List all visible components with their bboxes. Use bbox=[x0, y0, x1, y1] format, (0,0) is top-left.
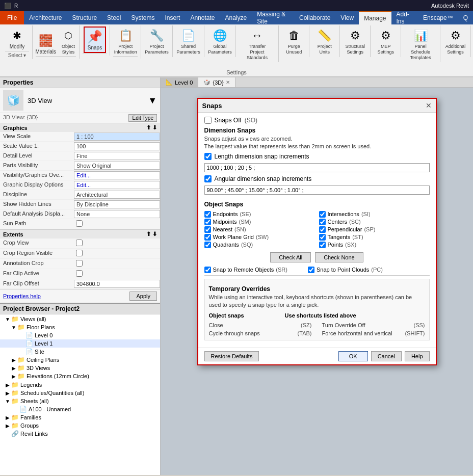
tab-addins[interactable]: Add-Ins bbox=[391, 11, 418, 24]
view-scale-value[interactable]: 1 : 100 bbox=[74, 133, 160, 141]
tree-row-floor-plans[interactable]: ▼ 📁 Floor Plans bbox=[0, 323, 160, 331]
annot-crop-checkbox[interactable] bbox=[76, 260, 83, 267]
structural-settings-button[interactable]: ⚙ StructuralSettings bbox=[343, 27, 367, 56]
tangents-checkbox[interactable] bbox=[319, 234, 326, 241]
sun-path-checkbox[interactable] bbox=[76, 220, 83, 227]
ok-button[interactable]: OK bbox=[338, 351, 368, 361]
graphics-section-header[interactable]: Graphics ⬆ ⬇ bbox=[0, 123, 160, 132]
points-checkbox[interactable] bbox=[319, 242, 326, 248]
tab-structure[interactable]: Structure bbox=[67, 11, 102, 24]
tree-row-3d-views[interactable]: ▶ 📁 3D Views bbox=[0, 364, 160, 372]
tree-row-elevations[interactable]: ▶ 📁 Elevations (12mm Circle) bbox=[0, 372, 160, 380]
object-styles-icon: ⬡ bbox=[60, 28, 76, 44]
snap-clouds-checkbox[interactable] bbox=[308, 267, 314, 273]
sun-path-value[interactable] bbox=[74, 220, 160, 228]
project-params-button[interactable]: 🔧 ProjectParameters bbox=[143, 27, 171, 56]
midpoints-checkbox[interactable] bbox=[204, 219, 211, 225]
help-button[interactable]: Help bbox=[405, 351, 430, 361]
length-snap-label: Length dimension snap increments bbox=[215, 153, 309, 160]
crop-region-checkbox[interactable] bbox=[76, 250, 83, 256]
crop-view-checkbox[interactable] bbox=[76, 240, 83, 246]
snap-remote-checkbox[interactable] bbox=[204, 267, 211, 273]
graphic-display-value[interactable]: Edit... bbox=[74, 181, 160, 189]
tab-analyze[interactable]: Analyze bbox=[220, 11, 252, 24]
extents-section-header[interactable]: Extents ⬆ ⬇ bbox=[0, 230, 160, 239]
perpendicular-label: Perpendicular bbox=[328, 226, 362, 232]
tab-3d[interactable]: 🎲 {3D} ✕ bbox=[198, 77, 235, 87]
length-snap-input[interactable] bbox=[204, 163, 430, 172]
prop-view-dropdown[interactable]: ▼ bbox=[148, 95, 157, 106]
3d-tab-close[interactable]: ✕ bbox=[226, 80, 230, 85]
tab-systems[interactable]: Systems bbox=[126, 11, 160, 24]
work-plane-checkbox[interactable] bbox=[204, 234, 211, 241]
tab-annotate[interactable]: Annotate bbox=[185, 11, 220, 24]
temp-overrides-grid: Close (SZ) Turn Override Off (SS) Cycle … bbox=[209, 322, 425, 337]
panel-schedule-button[interactable]: 📊 Panel ScheduleTemplates bbox=[404, 27, 437, 61]
perpendicular-checkbox[interactable] bbox=[319, 226, 326, 233]
crop-view-value[interactable] bbox=[74, 239, 160, 248]
angular-snap-checkbox[interactable] bbox=[204, 175, 212, 182]
intersections-checkbox[interactable] bbox=[319, 211, 326, 218]
additional-settings-button[interactable]: ⚙ AdditionalSettings bbox=[443, 27, 468, 56]
tree-row-sheets[interactable]: ▼ 📁 Sheets (all) bbox=[0, 397, 160, 405]
tab-level0[interactable]: 📐 Level 0 bbox=[161, 77, 198, 87]
tree-row-revit-links[interactable]: 🔗 Revit Links bbox=[0, 430, 160, 438]
centers-checkbox[interactable] bbox=[319, 219, 326, 225]
groups-label: Groups bbox=[20, 422, 39, 429]
snaps-off-checkbox[interactable] bbox=[204, 117, 212, 124]
dialog-close-button[interactable]: ✕ bbox=[426, 101, 432, 110]
length-snap-checkbox[interactable] bbox=[204, 153, 212, 160]
tree-row-views-all[interactable]: ▼ 📁 Views (all) bbox=[0, 315, 160, 323]
edit-type-button[interactable]: Edit Type bbox=[128, 114, 157, 122]
purge-button[interactable]: 🗑 PurgeUnused bbox=[284, 27, 304, 56]
object-styles-button[interactable]: ⬡ ObjectStyles bbox=[58, 27, 78, 56]
tab-steel[interactable]: Steel bbox=[102, 11, 126, 24]
vis-graphics-value[interactable]: Edit... bbox=[74, 171, 160, 179]
tree-row-level0[interactable]: 📄 Level 0 bbox=[0, 331, 160, 339]
endpoints-checkbox[interactable] bbox=[204, 211, 211, 218]
families-icon: 📁 bbox=[11, 414, 19, 421]
tree-row-schedules[interactable]: ▶ 📁 Schedules/Quantities (all) bbox=[0, 389, 160, 397]
materials-label: Materials bbox=[35, 49, 56, 55]
tree-row-a100[interactable]: 📄 A100 - Unnamed bbox=[0, 405, 160, 413]
apply-button[interactable]: Apply bbox=[129, 292, 157, 301]
tab-manage[interactable]: Manage bbox=[359, 11, 391, 24]
check-none-button[interactable]: Check None bbox=[315, 252, 363, 262]
tree-row-site[interactable]: 📄 Site bbox=[0, 348, 160, 356]
annot-crop-value[interactable] bbox=[74, 259, 160, 268]
restore-defaults-button[interactable]: Restore Defaults bbox=[204, 351, 259, 361]
tab-insert[interactable]: Insert bbox=[160, 11, 185, 24]
tab-massing[interactable]: Massing & Site bbox=[252, 11, 294, 24]
shared-params-button[interactable]: 📄 SharedParameters bbox=[174, 27, 202, 56]
far-clip-value[interactable] bbox=[74, 270, 160, 278]
tab-enscape[interactable]: Enscape™ bbox=[418, 11, 458, 24]
tab-view[interactable]: View bbox=[335, 11, 359, 24]
far-clip-checkbox[interactable] bbox=[76, 270, 83, 277]
temp-turn-off: Turn Override Off (SS) bbox=[322, 322, 425, 329]
mep-settings-button[interactable]: ⚙ MEPSettings bbox=[375, 27, 396, 56]
cancel-button[interactable]: Cancel bbox=[371, 351, 402, 361]
angular-snap-input[interactable] bbox=[204, 186, 430, 195]
properties-help-link[interactable]: Properties help bbox=[3, 293, 41, 299]
snaps-button[interactable]: 📌 Snaps bbox=[84, 27, 106, 53]
transfer-button[interactable]: ↔ TransferProject Standards bbox=[239, 27, 275, 61]
materials-button[interactable]: 🧱 Materials bbox=[33, 32, 58, 56]
tab-file[interactable]: File bbox=[0, 11, 24, 24]
tree-row-ceiling-plans[interactable]: ▶ 📁 Ceiling Plans bbox=[0, 356, 160, 364]
tab-search[interactable]: Q bbox=[458, 11, 473, 24]
tree-row-families[interactable]: ▶ 📁 Families bbox=[0, 413, 160, 421]
crop-region-value[interactable] bbox=[74, 249, 160, 258]
check-all-button[interactable]: Check All bbox=[270, 252, 311, 262]
project-units-button[interactable]: 📏 ProjectUnits bbox=[314, 27, 335, 56]
quadrants-checkbox[interactable] bbox=[204, 242, 211, 248]
tree-row-groups[interactable]: ▶ 📁 Groups bbox=[0, 421, 160, 430]
tree-row-level1[interactable]: 📄 Level 1 bbox=[0, 339, 160, 348]
nearest-checkbox[interactable] bbox=[204, 226, 211, 233]
tab-architecture[interactable]: Architecture bbox=[24, 11, 67, 24]
global-params-button[interactable]: 🌐 GlobalParameters bbox=[206, 27, 234, 56]
modify-button[interactable]: ✱ Modify bbox=[7, 27, 28, 51]
tree-row-legends[interactable]: ▶ 📁 Legends bbox=[0, 381, 160, 389]
project-info-button[interactable]: 📋 ProjectInformation bbox=[112, 27, 139, 56]
tab-collaborate[interactable]: Collaborate bbox=[294, 11, 335, 24]
a100-label: A100 - Unnamed bbox=[29, 406, 71, 412]
